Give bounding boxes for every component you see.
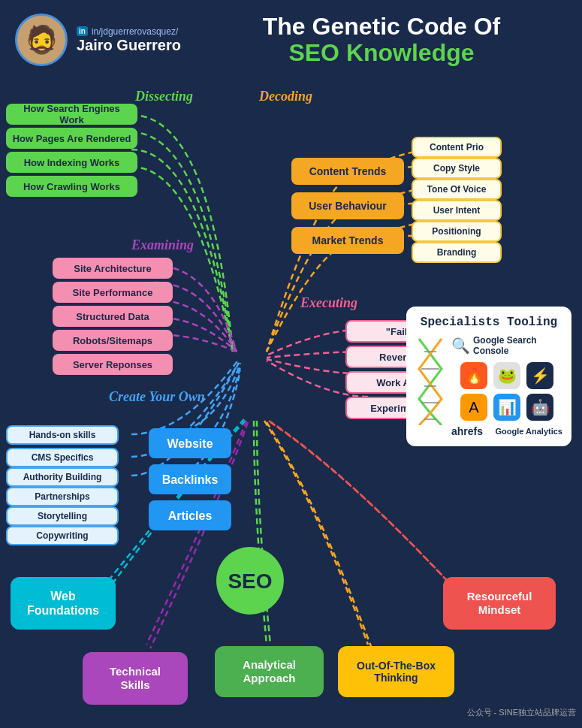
label-executing: Executing xyxy=(300,295,357,311)
create-sub-1: Hands-on skills xyxy=(6,425,119,445)
dissecting-item-3: How Indexing Works xyxy=(6,152,137,173)
create-sub-4: Partnerships xyxy=(6,487,119,506)
dissecting-item-2: How Pages Are Rendered xyxy=(6,128,137,149)
decoding-market-trends: Market Trends xyxy=(291,227,404,254)
author-name: Jairo Guerrero xyxy=(77,37,181,54)
create-sub-2: CMS Specifics xyxy=(6,448,119,467)
tool-icon-semrush: 🔥 xyxy=(460,362,487,389)
tooling-title: Specialists Tooling xyxy=(415,316,562,329)
examining-item-1: Site Architecture xyxy=(53,258,173,279)
label-examining: Examining xyxy=(131,237,194,253)
tooling-panel: Specialists Tooling 🔍 Goog xyxy=(406,307,571,446)
tool-icon-ahrefs-icon: A xyxy=(460,394,487,421)
title-line1: The Genetic Code Of xyxy=(196,14,567,40)
decoding-sub-3: Tone Of Voice xyxy=(412,179,502,200)
tool-icon-screaming: 🐸 xyxy=(493,362,520,389)
technical-skills: TechnicalSkills xyxy=(83,652,188,705)
tool-icon-openai: 🤖 xyxy=(526,394,553,421)
label-decoding: Decoding xyxy=(259,89,312,104)
google-search-console-label: Google Search Console xyxy=(473,335,562,356)
create-backlinks: Backlinks xyxy=(149,464,231,494)
decoding-sub-4: User Intent xyxy=(412,200,502,221)
avatar: 🧔 xyxy=(15,14,68,66)
seo-center: SEO xyxy=(216,547,284,615)
tool-icons-row-1: 🔥 🐸 ⚡ xyxy=(451,362,562,389)
decoding-user-behaviour: User Behaviour xyxy=(291,192,404,219)
title-line2: SEO Knowledge xyxy=(196,40,567,66)
examining-item-2: Site Performance xyxy=(53,282,173,303)
label-dissecting: Dissecting xyxy=(135,89,193,104)
tool-bottom-labels: ahrefs Google Analytics xyxy=(451,425,562,437)
linkedin-icon: in xyxy=(77,26,88,36)
examining-item-5: Server Reponses xyxy=(53,354,173,375)
linkedin-row: in in/jdguerrerovasquez/ xyxy=(77,26,181,37)
examining-item-3: Structured Data xyxy=(53,306,173,327)
decoding-sub-1: Content Prio xyxy=(412,137,502,158)
tool-icon-other1: ⚡ xyxy=(526,362,553,389)
create-sub-6: Copywriting xyxy=(6,526,119,545)
label-create: Create Your Own xyxy=(109,389,205,405)
decoding-sub-6: Branding xyxy=(412,242,502,263)
web-foundations: WebFoundations xyxy=(11,577,116,630)
watermark: 公众号 - SINE独立站品牌运营 xyxy=(467,707,576,718)
create-website: Website xyxy=(149,428,231,458)
examining-item-4: Robots/Sitemaps xyxy=(53,330,173,351)
create-articles: Articles xyxy=(149,500,231,530)
ahrefs-label: ahrefs xyxy=(451,425,483,437)
resourceful-mindset: ResourcefulMindset xyxy=(443,577,556,630)
header: 🧔 in in/jdguerrerovasquez/ Jairo Guerrer… xyxy=(0,0,582,74)
decoding-sub-5: Positioning xyxy=(412,221,502,242)
create-sub-5: Storytelling xyxy=(6,506,119,526)
dissecting-item-1: How Search Engines Work xyxy=(6,104,137,125)
decoding-content-trends: Content Trends xyxy=(291,158,404,185)
title-block: The Genetic Code Of SEO Knowledge xyxy=(181,14,567,66)
dissecting-item-4: How Crawling Works xyxy=(6,176,137,197)
analytical-approach: AnalyticalApproach xyxy=(215,646,324,697)
tool-google-search-console: 🔍 Google Search Console xyxy=(451,335,562,356)
tool-icons-row-2: A 📊 🤖 xyxy=(451,394,562,421)
decoding-sub-2: Copy Style xyxy=(412,158,502,179)
author-info: in in/jdguerrerovasquez/ Jairo Guerrero xyxy=(77,26,181,54)
create-sub-3: Authority Building xyxy=(6,467,119,487)
dna-icon xyxy=(415,335,445,425)
linkedin-handle: in/jdguerrerovasquez/ xyxy=(92,26,178,37)
tool-icon-analytics-icon: 📊 xyxy=(493,394,520,421)
google-analytics-label: Google Analytics xyxy=(496,427,562,436)
diagram-area: Dissecting Decoding Examining Executing … xyxy=(0,74,582,720)
out-of-box-thinking: Out-Of-The-BoxThinking xyxy=(338,646,454,697)
